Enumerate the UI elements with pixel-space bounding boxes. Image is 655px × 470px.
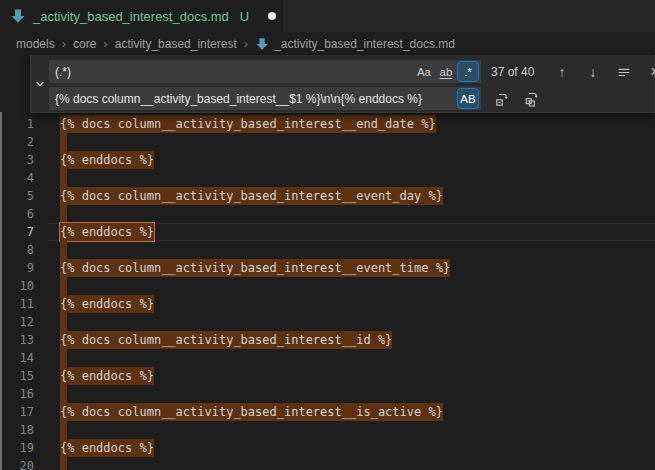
- line-text search-match[interactable]: {% enddocs %}: [60, 295, 154, 313]
- breadcrumb: models › core › activity_based_interest …: [0, 32, 655, 55]
- line-text search-match[interactable]: [60, 133, 67, 151]
- breadcrumb-separator: ›: [103, 36, 107, 51]
- regex-button[interactable]: .*: [458, 62, 478, 81]
- line-text search-match[interactable]: {% enddocs %}: [60, 151, 154, 169]
- line-text search-match[interactable]: [60, 421, 67, 439]
- markdown-icon: [10, 8, 26, 24]
- line-content[interactable]: {% docs column__activity_based_interest_…: [48, 115, 655, 133]
- line-content[interactable]: {% docs column__activity_based_interest_…: [48, 187, 655, 205]
- next-match-button[interactable]: ↓: [584, 63, 602, 81]
- line-content[interactable]: [48, 241, 655, 259]
- find-widget: Aa ab .* 37 of 40 ↑ ↓ ×: [30, 55, 655, 113]
- modified-dot-icon[interactable]: [268, 12, 276, 20]
- whole-word-button[interactable]: ab: [436, 62, 456, 81]
- line-text search-match[interactable]: {% docs column__activity_based_interest_…: [60, 187, 443, 205]
- previous-match-button[interactable]: ↑: [553, 63, 571, 81]
- line-text search-match[interactable]: {% docs column__activity_based_interest_…: [60, 115, 436, 133]
- editor-lines: 1 {% docs column__activity_based_interes…: [0, 115, 655, 470]
- line-text search-match[interactable]: {% enddocs %}: [60, 223, 154, 241]
- line-text search-match[interactable]: {% enddocs %}: [60, 439, 154, 457]
- line-number[interactable]: 13: [0, 331, 48, 349]
- line-content[interactable]: {% enddocs %}: [48, 295, 655, 313]
- line-number[interactable]: 4: [0, 169, 48, 187]
- selection-icon: [617, 65, 631, 79]
- chevron-down-icon: [34, 78, 46, 90]
- line-text search-match[interactable]: {% enddocs %}: [60, 367, 154, 385]
- line-content[interactable]: [48, 349, 655, 367]
- replace-all-button[interactable]: [523, 90, 541, 108]
- line-text search-match[interactable]: [60, 241, 67, 259]
- line-content[interactable]: {% enddocs %}: [48, 223, 655, 241]
- line-number[interactable]: 9: [0, 259, 48, 277]
- editor-line: 1 {% docs column__activity_based_interes…: [0, 115, 655, 133]
- breadcrumb-item-activity-based-interest[interactable]: activity_based_interest: [115, 37, 237, 51]
- line-text search-match[interactable]: [60, 277, 67, 295]
- editor-line: 19 {% enddocs %}: [0, 439, 655, 457]
- line-content[interactable]: {% enddocs %}: [48, 151, 655, 169]
- line-number[interactable]: 20: [0, 457, 48, 470]
- line-text search-match[interactable]: [60, 385, 67, 403]
- line-text search-match[interactable]: [60, 169, 67, 187]
- toggle-replace-button[interactable]: [31, 55, 49, 112]
- arrow-down-icon: ↓: [590, 64, 597, 80]
- line-number[interactable]: 14: [0, 349, 48, 367]
- line-text search-match[interactable]: [60, 457, 67, 470]
- editor-line: 3 {% enddocs %}: [0, 151, 655, 169]
- editor[interactable]: 1 {% docs column__activity_based_interes…: [0, 55, 655, 470]
- line-number[interactable]: 15: [0, 367, 48, 385]
- line-text search-match[interactable]: [60, 349, 67, 367]
- line-number[interactable]: 12: [0, 313, 48, 331]
- line-content[interactable]: {% docs column__activity_based_interest_…: [48, 331, 655, 349]
- line-text search-match[interactable]: {% docs column__activity_based_interest_…: [60, 403, 443, 421]
- line-number[interactable]: 16: [0, 385, 48, 403]
- replace-all-icon: [524, 91, 540, 107]
- line-number[interactable]: 7: [0, 223, 48, 241]
- line-number[interactable]: 1: [0, 115, 48, 133]
- line-content[interactable]: [48, 205, 655, 223]
- line-content[interactable]: [48, 385, 655, 403]
- replace-button[interactable]: [493, 90, 511, 108]
- line-content[interactable]: {% enddocs %}: [48, 439, 655, 457]
- line-content[interactable]: [48, 277, 655, 295]
- line-number[interactable]: 11: [0, 295, 48, 313]
- line-content[interactable]: {% docs column__activity_based_interest_…: [48, 403, 655, 421]
- editor-line: 17 {% docs column__activity_based_intere…: [0, 403, 655, 421]
- line-number[interactable]: 5: [0, 187, 48, 205]
- editor-line: 2: [0, 133, 655, 151]
- line-content[interactable]: [48, 169, 655, 187]
- preserve-case-button[interactable]: AB: [458, 89, 478, 108]
- line-content[interactable]: [48, 133, 655, 151]
- editor-line: 20: [0, 457, 655, 470]
- line-number[interactable]: 6: [0, 205, 48, 223]
- breadcrumb-item-core[interactable]: core: [73, 37, 96, 51]
- editor-line: 4: [0, 169, 655, 187]
- line-number[interactable]: 17: [0, 403, 48, 421]
- breadcrumb-separator: ›: [62, 36, 66, 51]
- line-number[interactable]: 2: [0, 133, 48, 151]
- line-number[interactable]: 8: [0, 241, 48, 259]
- editor-line: 7 {% enddocs %}: [0, 223, 655, 241]
- breadcrumb-item-file[interactable]: _activity_based_interest_docs.md: [255, 37, 455, 51]
- breadcrumb-item-models[interactable]: models: [16, 37, 55, 51]
- line-text search-match[interactable]: {% docs column__activity_based_interest_…: [60, 331, 392, 349]
- close-button[interactable]: ×: [646, 63, 655, 81]
- line-text search-match[interactable]: {% docs column__activity_based_interest_…: [60, 259, 450, 277]
- line-number[interactable]: 18: [0, 421, 48, 439]
- line-content[interactable]: {% docs column__activity_based_interest_…: [48, 259, 655, 277]
- line-content[interactable]: {% enddocs %}: [48, 367, 655, 385]
- find-in-selection-button[interactable]: [615, 63, 633, 81]
- line-content[interactable]: [48, 313, 655, 331]
- editor-line: 6: [0, 205, 655, 223]
- match-case-button[interactable]: Aa: [414, 62, 434, 81]
- replace-input[interactable]: [49, 87, 481, 110]
- editor-line: 18: [0, 421, 655, 439]
- close-icon: ×: [650, 63, 655, 81]
- line-text search-match[interactable]: [60, 205, 67, 223]
- line-content[interactable]: [48, 421, 655, 439]
- line-number[interactable]: 10: [0, 277, 48, 295]
- line-number[interactable]: 3: [0, 151, 48, 169]
- line-content[interactable]: [48, 457, 655, 470]
- line-text search-match[interactable]: [60, 313, 67, 331]
- tab-file[interactable]: _activity_based_interest_docs.md U: [0, 0, 283, 32]
- line-number[interactable]: 19: [0, 439, 48, 457]
